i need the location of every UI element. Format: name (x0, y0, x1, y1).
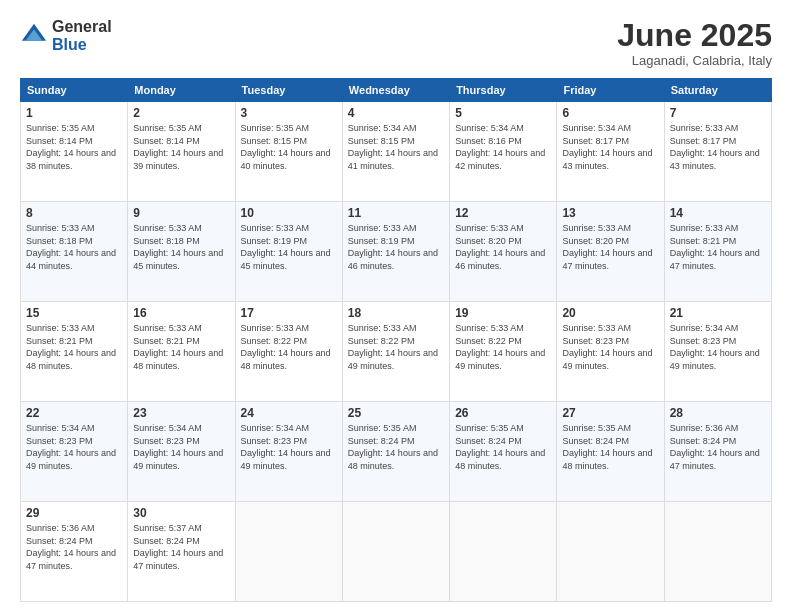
day-number: 16 (133, 306, 229, 320)
day-info: Sunrise: 5:33 AM Sunset: 8:21 PM Dayligh… (670, 222, 766, 272)
day-number: 26 (455, 406, 551, 420)
day-info: Sunrise: 5:34 AM Sunset: 8:16 PM Dayligh… (455, 122, 551, 172)
day-number: 9 (133, 206, 229, 220)
page: General Blue June 2025 Laganadi, Calabri… (0, 0, 792, 612)
table-row: 14 Sunrise: 5:33 AM Sunset: 8:21 PM Dayl… (664, 202, 771, 302)
table-row: 7 Sunrise: 5:33 AM Sunset: 8:17 PM Dayli… (664, 102, 771, 202)
day-number: 5 (455, 106, 551, 120)
day-number: 30 (133, 506, 229, 520)
table-row: 11 Sunrise: 5:33 AM Sunset: 8:19 PM Dayl… (342, 202, 449, 302)
table-row: 23 Sunrise: 5:34 AM Sunset: 8:23 PM Dayl… (128, 402, 235, 502)
table-row: 29 Sunrise: 5:36 AM Sunset: 8:24 PM Dayl… (21, 502, 128, 602)
table-row: 26 Sunrise: 5:35 AM Sunset: 8:24 PM Dayl… (450, 402, 557, 502)
col-sunday: Sunday (21, 79, 128, 102)
day-info: Sunrise: 5:33 AM Sunset: 8:18 PM Dayligh… (133, 222, 229, 272)
table-row (342, 502, 449, 602)
day-info: Sunrise: 5:34 AM Sunset: 8:23 PM Dayligh… (133, 422, 229, 472)
day-number: 15 (26, 306, 122, 320)
day-info: Sunrise: 5:34 AM Sunset: 8:23 PM Dayligh… (670, 322, 766, 372)
day-number: 3 (241, 106, 337, 120)
table-row: 16 Sunrise: 5:33 AM Sunset: 8:21 PM Dayl… (128, 302, 235, 402)
day-info: Sunrise: 5:33 AM Sunset: 8:17 PM Dayligh… (670, 122, 766, 172)
day-number: 17 (241, 306, 337, 320)
day-info: Sunrise: 5:36 AM Sunset: 8:24 PM Dayligh… (670, 422, 766, 472)
table-row: 25 Sunrise: 5:35 AM Sunset: 8:24 PM Dayl… (342, 402, 449, 502)
day-info: Sunrise: 5:33 AM Sunset: 8:18 PM Dayligh… (26, 222, 122, 272)
day-info: Sunrise: 5:33 AM Sunset: 8:22 PM Dayligh… (241, 322, 337, 372)
day-number: 29 (26, 506, 122, 520)
table-row: 8 Sunrise: 5:33 AM Sunset: 8:18 PM Dayli… (21, 202, 128, 302)
day-number: 24 (241, 406, 337, 420)
day-number: 12 (455, 206, 551, 220)
day-info: Sunrise: 5:35 AM Sunset: 8:14 PM Dayligh… (133, 122, 229, 172)
table-row: 24 Sunrise: 5:34 AM Sunset: 8:23 PM Dayl… (235, 402, 342, 502)
logo-general-text: General (52, 18, 112, 36)
day-info: Sunrise: 5:34 AM Sunset: 8:17 PM Dayligh… (562, 122, 658, 172)
table-row (664, 502, 771, 602)
col-monday: Monday (128, 79, 235, 102)
table-row: 3 Sunrise: 5:35 AM Sunset: 8:15 PM Dayli… (235, 102, 342, 202)
day-number: 20 (562, 306, 658, 320)
table-row (235, 502, 342, 602)
table-row (450, 502, 557, 602)
day-info: Sunrise: 5:35 AM Sunset: 8:14 PM Dayligh… (26, 122, 122, 172)
day-info: Sunrise: 5:34 AM Sunset: 8:23 PM Dayligh… (26, 422, 122, 472)
table-row (557, 502, 664, 602)
day-info: Sunrise: 5:33 AM Sunset: 8:19 PM Dayligh… (348, 222, 444, 272)
day-number: 14 (670, 206, 766, 220)
day-info: Sunrise: 5:33 AM Sunset: 8:23 PM Dayligh… (562, 322, 658, 372)
table-row: 2 Sunrise: 5:35 AM Sunset: 8:14 PM Dayli… (128, 102, 235, 202)
day-info: Sunrise: 5:36 AM Sunset: 8:24 PM Dayligh… (26, 522, 122, 572)
day-number: 13 (562, 206, 658, 220)
header: General Blue June 2025 Laganadi, Calabri… (20, 18, 772, 68)
col-wednesday: Wednesday (342, 79, 449, 102)
calendar-header-row: Sunday Monday Tuesday Wednesday Thursday… (21, 79, 772, 102)
day-info: Sunrise: 5:33 AM Sunset: 8:20 PM Dayligh… (562, 222, 658, 272)
calendar-week-row: 22 Sunrise: 5:34 AM Sunset: 8:23 PM Dayl… (21, 402, 772, 502)
table-row: 18 Sunrise: 5:33 AM Sunset: 8:22 PM Dayl… (342, 302, 449, 402)
table-row: 28 Sunrise: 5:36 AM Sunset: 8:24 PM Dayl… (664, 402, 771, 502)
table-row: 12 Sunrise: 5:33 AM Sunset: 8:20 PM Dayl… (450, 202, 557, 302)
col-tuesday: Tuesday (235, 79, 342, 102)
day-info: Sunrise: 5:35 AM Sunset: 8:24 PM Dayligh… (455, 422, 551, 472)
calendar-week-row: 8 Sunrise: 5:33 AM Sunset: 8:18 PM Dayli… (21, 202, 772, 302)
calendar-table: Sunday Monday Tuesday Wednesday Thursday… (20, 78, 772, 602)
table-row: 19 Sunrise: 5:33 AM Sunset: 8:22 PM Dayl… (450, 302, 557, 402)
day-number: 22 (26, 406, 122, 420)
col-saturday: Saturday (664, 79, 771, 102)
calendar-week-row: 1 Sunrise: 5:35 AM Sunset: 8:14 PM Dayli… (21, 102, 772, 202)
day-number: 6 (562, 106, 658, 120)
day-info: Sunrise: 5:34 AM Sunset: 8:23 PM Dayligh… (241, 422, 337, 472)
title-area: June 2025 Laganadi, Calabria, Italy (617, 18, 772, 68)
day-info: Sunrise: 5:35 AM Sunset: 8:24 PM Dayligh… (562, 422, 658, 472)
table-row: 15 Sunrise: 5:33 AM Sunset: 8:21 PM Dayl… (21, 302, 128, 402)
day-info: Sunrise: 5:37 AM Sunset: 8:24 PM Dayligh… (133, 522, 229, 572)
day-number: 18 (348, 306, 444, 320)
table-row: 1 Sunrise: 5:35 AM Sunset: 8:14 PM Dayli… (21, 102, 128, 202)
table-row: 21 Sunrise: 5:34 AM Sunset: 8:23 PM Dayl… (664, 302, 771, 402)
day-info: Sunrise: 5:35 AM Sunset: 8:15 PM Dayligh… (241, 122, 337, 172)
table-row: 6 Sunrise: 5:34 AM Sunset: 8:17 PM Dayli… (557, 102, 664, 202)
day-number: 7 (670, 106, 766, 120)
day-info: Sunrise: 5:34 AM Sunset: 8:15 PM Dayligh… (348, 122, 444, 172)
day-number: 25 (348, 406, 444, 420)
day-number: 10 (241, 206, 337, 220)
day-info: Sunrise: 5:35 AM Sunset: 8:24 PM Dayligh… (348, 422, 444, 472)
col-friday: Friday (557, 79, 664, 102)
col-thursday: Thursday (450, 79, 557, 102)
logo-icon (20, 22, 48, 50)
day-number: 27 (562, 406, 658, 420)
calendar-week-row: 15 Sunrise: 5:33 AM Sunset: 8:21 PM Dayl… (21, 302, 772, 402)
table-row: 20 Sunrise: 5:33 AM Sunset: 8:23 PM Dayl… (557, 302, 664, 402)
logo-blue-text: Blue (52, 36, 112, 54)
day-number: 19 (455, 306, 551, 320)
table-row: 10 Sunrise: 5:33 AM Sunset: 8:19 PM Dayl… (235, 202, 342, 302)
day-number: 21 (670, 306, 766, 320)
day-info: Sunrise: 5:33 AM Sunset: 8:19 PM Dayligh… (241, 222, 337, 272)
location-subtitle: Laganadi, Calabria, Italy (617, 53, 772, 68)
day-number: 2 (133, 106, 229, 120)
day-info: Sunrise: 5:33 AM Sunset: 8:21 PM Dayligh… (26, 322, 122, 372)
day-number: 11 (348, 206, 444, 220)
day-info: Sunrise: 5:33 AM Sunset: 8:21 PM Dayligh… (133, 322, 229, 372)
day-number: 1 (26, 106, 122, 120)
